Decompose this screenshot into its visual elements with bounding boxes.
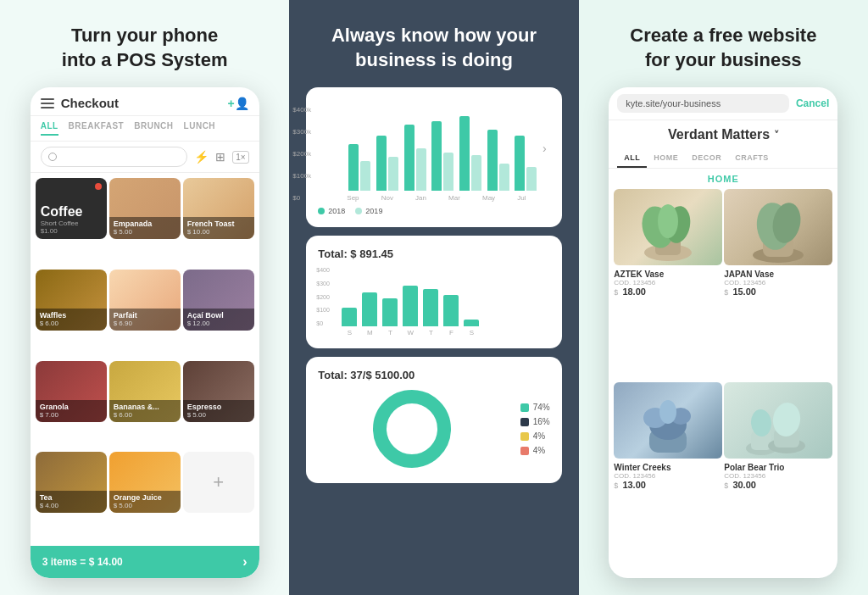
flash-icon[interactable]: ⚡ bbox=[194, 150, 209, 164]
product-espresso[interactable]: Espresso $ 5.00 bbox=[183, 361, 254, 422]
weekly-y-labels: $400 $300 $200 $100 $0 bbox=[316, 267, 330, 326]
legend-2019: 2019 bbox=[355, 207, 382, 215]
polar-price: $ 30.00 bbox=[724, 480, 832, 490]
shop-title: Verdant Matters ˅ bbox=[609, 120, 837, 149]
search-box[interactable] bbox=[41, 147, 188, 167]
day-f: F bbox=[443, 329, 459, 336]
pos-phone-mockup: Checkout +👤 ALL BREAKFAST BRUNCH LUNCH ⚡… bbox=[31, 87, 259, 578]
cancel-button[interactable]: Cancel bbox=[796, 97, 829, 109]
aztek-plant-svg bbox=[614, 189, 722, 265]
product-coffee[interactable]: Coffee Short Coffee$1.00 bbox=[36, 178, 107, 239]
add-product-button[interactable]: + bbox=[183, 452, 254, 513]
product-tea[interactable]: Tea $ 4.00 bbox=[36, 452, 107, 513]
shop-tab-home[interactable]: HOME bbox=[647, 149, 685, 168]
donut-label-4a: 4% bbox=[520, 431, 550, 441]
product-empanada[interactable]: Empanada $ 5.00 bbox=[109, 178, 181, 239]
svg-point-17 bbox=[659, 400, 676, 424]
y-label-0: $0 bbox=[292, 194, 311, 202]
product-french-toast[interactable]: French Toast $ 10.00 bbox=[183, 178, 254, 239]
product-waffles[interactable]: Waffles $ 6.00 bbox=[36, 270, 107, 331]
shop-product-polar[interactable]: Polar Bear Trio COD. 123456 $ 30.00 bbox=[724, 382, 832, 573]
acai-name: Açaí Bowl bbox=[187, 311, 250, 320]
day-s2: S bbox=[464, 329, 479, 336]
tab-all[interactable]: ALL bbox=[41, 121, 58, 136]
bar-fri bbox=[443, 295, 459, 326]
donut-color-4b bbox=[520, 447, 529, 455]
aztek-price: $ 18.00 bbox=[614, 286, 722, 297]
checkout-bar[interactable]: 3 items = $ 14.00 › bbox=[31, 546, 259, 578]
donut-color-74 bbox=[520, 403, 529, 412]
y-axis-labels: $400k $300k $200k $100k $0 bbox=[292, 106, 311, 202]
winter-image bbox=[614, 382, 722, 459]
aztek-name: AZTEK Vase bbox=[614, 270, 722, 279]
website-phone-mockup: kyte.site/your-business Cancel Verdant M… bbox=[609, 87, 837, 578]
shop-product-winter[interactable]: Winter Creeks COD. 123456 $ 13.00 bbox=[614, 382, 722, 573]
search-icon bbox=[48, 153, 57, 161]
day-t2: T bbox=[423, 329, 438, 336]
donut-pct-16: 16% bbox=[533, 417, 550, 426]
aztek-cod: COD. 123456 bbox=[614, 279, 722, 286]
weekly-y-0: $0 bbox=[316, 320, 330, 326]
bar-wed bbox=[403, 286, 418, 326]
notification-dot bbox=[95, 183, 102, 190]
toast-price: $ 10.00 bbox=[187, 228, 250, 236]
espresso-name: Espresso bbox=[187, 403, 250, 411]
espresso-price: $ 5.00 bbox=[187, 411, 250, 419]
shop-tab-crafts[interactable]: CRAFTS bbox=[728, 149, 776, 168]
donut-color-4a bbox=[520, 432, 529, 441]
product-bananas[interactable]: Bananas &... $ 6.00 bbox=[109, 361, 181, 422]
polar-name: Polar Bear Trio bbox=[724, 463, 832, 472]
product-granola[interactable]: Granola $ 7.00 bbox=[36, 361, 107, 422]
donut-chart bbox=[370, 386, 454, 471]
product-acai[interactable]: Açaí Bowl $ 12.00 bbox=[183, 270, 254, 331]
donut-color-16 bbox=[520, 418, 529, 426]
waffles-price: $ 6.00 bbox=[40, 320, 103, 327]
weekly-chart-card: Total: $ 891.45 $400 $300 $200 $100 $0 S bbox=[306, 236, 561, 348]
dropdown-icon[interactable]: ˅ bbox=[774, 130, 779, 142]
shop-tab-decor[interactable]: DECOR bbox=[685, 149, 728, 168]
y-label-400k: $400k bbox=[292, 106, 311, 114]
weekly-y-400: $400 bbox=[316, 267, 330, 273]
day-t1: T bbox=[382, 329, 398, 336]
tab-breakfast[interactable]: BREAKFAST bbox=[69, 121, 125, 136]
weekly-total: Total: $ 891.45 bbox=[318, 247, 549, 260]
grid-icon[interactable]: ⊞ bbox=[215, 150, 225, 164]
tab-brunch[interactable]: BRUNCH bbox=[134, 121, 173, 136]
shop-name: Verdant Matters bbox=[668, 127, 770, 142]
hamburger-icon[interactable] bbox=[41, 98, 54, 108]
legend-2018-label: 2018 bbox=[328, 207, 345, 215]
japan-image bbox=[724, 189, 832, 265]
url-input[interactable]: kyte.site/your-business bbox=[617, 94, 789, 113]
parfait-name: Parfait bbox=[114, 311, 176, 320]
shop-product-aztek[interactable]: AZTEK Vase COD. 123456 $ 18.00 bbox=[614, 189, 722, 380]
toast-name: French Toast bbox=[187, 220, 250, 228]
product-parfait[interactable]: Parfait $ 6.90 bbox=[109, 270, 181, 331]
search-toolbar: ⚡ ⊞ 1× bbox=[31, 142, 259, 173]
phone-header-left: Checkout bbox=[41, 96, 119, 110]
acai-price: $ 12.00 bbox=[187, 320, 250, 327]
tab-lunch[interactable]: LUNCH bbox=[184, 121, 216, 136]
legend-2018-dot bbox=[318, 208, 325, 214]
winter-name: Winter Creeks bbox=[614, 463, 722, 472]
month-sep: Sep bbox=[347, 194, 359, 202]
tag-icon[interactable]: 1× bbox=[232, 151, 248, 164]
empanada-name: Empanada bbox=[114, 220, 176, 228]
donut-label-4b: 4% bbox=[520, 446, 550, 455]
bar-mon bbox=[362, 292, 377, 326]
product-grid: Coffee Short Coffee$1.00 Empanada $ 5.00… bbox=[31, 173, 259, 546]
chart-next-icon[interactable]: › bbox=[542, 142, 547, 155]
shop-product-japan[interactable]: JAPAN Vase COD. 123456 $ 15.00 bbox=[724, 189, 832, 380]
weekly-y-300: $300 bbox=[316, 281, 330, 286]
left-panel: Turn your phoneinto a POS System Checkou… bbox=[0, 0, 289, 595]
shop-tab-all[interactable]: ALL bbox=[617, 149, 647, 168]
aztek-image bbox=[614, 189, 722, 265]
month-labels: Sep Nov Jan Mar May Jul bbox=[345, 194, 549, 202]
month-nov: Nov bbox=[381, 194, 393, 202]
product-oj[interactable]: Orange Juice $ 5.00 bbox=[109, 452, 181, 513]
tea-price: $ 4.00 bbox=[40, 502, 103, 509]
bananas-name: Bananas &... bbox=[114, 403, 176, 411]
donut-chart-card: Total: 37/$ 5100.00 74% bbox=[306, 357, 561, 483]
add-user-button[interactable]: +👤 bbox=[227, 97, 248, 110]
left-panel-title: Turn your phoneinto a POS System bbox=[62, 24, 228, 72]
shop-product-grid: AZTEK Vase COD. 123456 $ 18.00 JAPAN Vas… bbox=[609, 189, 837, 578]
